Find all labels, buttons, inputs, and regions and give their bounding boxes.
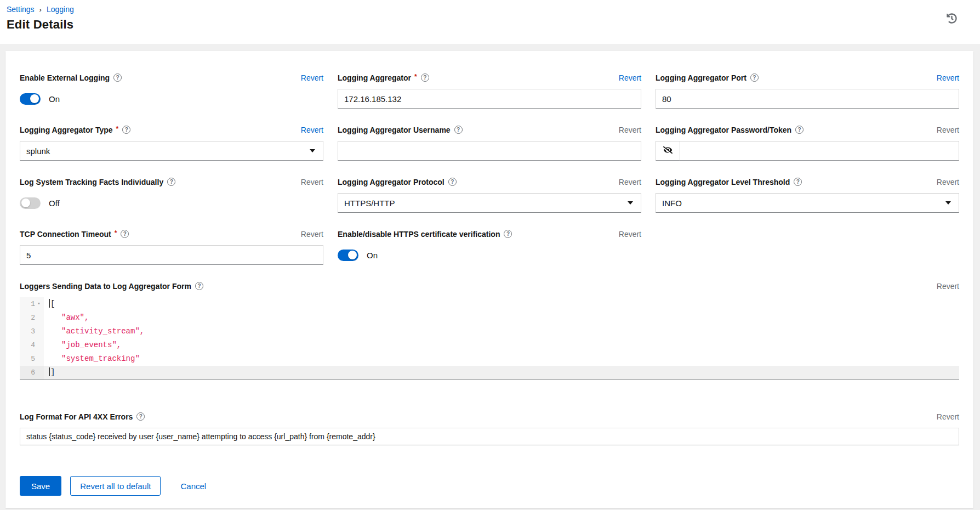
field-loggers-form: Loggers Sending Data to Log Aggregator F… [20, 280, 959, 380]
fold-toggle-icon[interactable]: ▾ [35, 297, 43, 311]
help-icon[interactable]: ? [454, 126, 463, 134]
select-value: HTTPS/HTTP [344, 199, 395, 208]
field-label: Logging Aggregator Type [20, 126, 113, 134]
form-actions: Save Revert all to default Cancel [20, 476, 959, 496]
help-icon[interactable]: ? [795, 126, 804, 134]
code-line: 2 "awx", [20, 311, 959, 325]
enable-external-logging-toggle[interactable] [20, 93, 41, 105]
field-logging-aggregator-level: Logging Aggregator Level Threshold ? Rev… [656, 176, 959, 213]
chevron-down-icon [945, 201, 951, 205]
cancel-button[interactable]: Cancel [177, 476, 209, 496]
code-line-active: 6 ] [20, 366, 959, 379]
https-cert-verification-toggle[interactable] [338, 250, 358, 261]
breadcrumb-settings-link[interactable]: Settings [7, 5, 35, 14]
field-https-cert-verification: Enable/disable HTTPS certificate verific… [338, 228, 641, 265]
chevron-down-icon [628, 201, 633, 205]
field-logging-aggregator-username: Logging Aggregator Username ? Revert [338, 124, 641, 161]
field-label: Logging Aggregator Password/Token [656, 126, 791, 134]
logging-aggregator-input[interactable] [338, 89, 641, 109]
field-label: Log System Tracking Facts Individually [20, 178, 163, 186]
log-system-tracking-toggle[interactable] [20, 197, 41, 209]
empty-grid-cell [656, 228, 959, 265]
help-icon[interactable]: ? [794, 178, 802, 186]
logging-aggregator-username-input[interactable] [338, 141, 641, 161]
page-header: Settings › Logging Edit Details [0, 0, 980, 44]
revert-button[interactable]: Revert [301, 73, 323, 82]
toggle-state-label: On [367, 251, 378, 260]
tcp-connection-timeout-input[interactable] [20, 245, 323, 265]
revert-button[interactable]: Revert [301, 126, 323, 134]
revert-button[interactable]: Revert [619, 73, 641, 82]
field-label: Logging Aggregator Port [656, 73, 747, 82]
logging-aggregator-protocol-select[interactable]: HTTPS/HTTP [338, 193, 641, 213]
line-number-gutter: 6 [20, 366, 44, 379]
line-number-gutter: 4 [20, 338, 44, 352]
breadcrumb-separator-icon: › [39, 5, 42, 14]
revert-button[interactable]: Revert [619, 230, 641, 239]
revert-button[interactable]: Revert [937, 73, 959, 82]
text-cursor [49, 299, 50, 308]
help-icon[interactable]: ? [750, 73, 759, 82]
logging-aggregator-level-select[interactable]: INFO [656, 193, 959, 213]
field-label: Loggers Sending Data to Log Aggregator F… [20, 282, 191, 291]
code-line: 4 "job_events", [20, 338, 959, 352]
field-logging-aggregator-password: Logging Aggregator Password/Token ? Reve… [656, 124, 959, 161]
help-icon[interactable]: ? [421, 73, 429, 82]
chevron-down-icon [310, 149, 315, 152]
line-number-gutter: 1▾ [20, 297, 44, 311]
loggers-code-editor[interactable]: 1▾ [ 2 "awx", 3 "activity_stream", 4 "jo… [20, 297, 959, 380]
logging-aggregator-type-select[interactable]: splunk [20, 141, 323, 161]
help-icon[interactable]: ? [448, 178, 457, 186]
settings-edit-card: Enable External Logging ? Revert On Logg… [5, 51, 973, 508]
field-logging-aggregator-protocol: Logging Aggregator Protocol ? Revert HTT… [338, 176, 641, 213]
required-asterisk: * [115, 229, 117, 237]
required-asterisk: * [414, 73, 417, 81]
revert-button[interactable]: Revert [937, 178, 959, 186]
field-label: Logging Aggregator Protocol [338, 178, 445, 186]
revert-button[interactable]: Revert [301, 230, 323, 239]
breadcrumb-logging-link[interactable]: Logging [47, 5, 74, 14]
field-label: Logging Aggregator Level Threshold [656, 178, 790, 186]
help-icon[interactable]: ? [504, 230, 512, 238]
field-label: Log Format For API 4XX Errors [20, 412, 133, 421]
code-line: 5 "system_tracking" [20, 352, 959, 366]
revert-button[interactable]: Revert [619, 126, 641, 134]
line-number-gutter: 5 [20, 352, 44, 366]
field-tcp-connection-timeout: TCP Connection Timeout * ? Revert [20, 228, 323, 265]
field-logging-aggregator: Logging Aggregator * ? Revert [338, 72, 641, 109]
line-number-gutter: 3 [20, 325, 44, 338]
eye-slash-icon [663, 146, 673, 156]
history-button[interactable] [944, 11, 959, 27]
help-icon[interactable]: ? [122, 126, 130, 134]
revert-button[interactable]: Revert [937, 412, 959, 421]
page-title: Edit Details [7, 18, 74, 32]
select-value: splunk [26, 146, 50, 156]
field-label: Enable/disable HTTPS certificate verific… [338, 230, 500, 239]
revert-button[interactable]: Revert [937, 282, 959, 291]
history-icon [947, 17, 957, 25]
help-icon[interactable]: ? [113, 73, 122, 82]
help-icon[interactable]: ? [167, 178, 175, 186]
field-label: Logging Aggregator [338, 73, 411, 82]
save-button[interactable]: Save [20, 476, 61, 496]
revert-button[interactable]: Revert [937, 126, 959, 134]
help-icon[interactable]: ? [121, 230, 129, 238]
logging-aggregator-password-input[interactable] [680, 141, 959, 161]
log-format-4xx-input[interactable] [20, 428, 959, 445]
field-log-system-tracking: Log System Tracking Facts Individually ?… [20, 176, 323, 213]
field-label: TCP Connection Timeout [20, 230, 111, 239]
help-icon[interactable]: ? [136, 412, 145, 421]
revert-all-button[interactable]: Revert all to default [70, 476, 161, 496]
field-enable-external-logging: Enable External Logging ? Revert On [20, 72, 323, 109]
field-label: Logging Aggregator Username [338, 126, 451, 134]
help-icon[interactable]: ? [195, 282, 203, 290]
toggle-knob [30, 94, 39, 103]
field-log-format-4xx: Log Format For API 4XX Errors ? Revert [20, 411, 959, 445]
toggle-state-label: Off [49, 199, 60, 208]
show-password-button[interactable] [656, 141, 680, 161]
revert-button[interactable]: Revert [301, 178, 323, 186]
field-logging-aggregator-type: Logging Aggregator Type * ? Revert splun… [20, 124, 323, 161]
text-cursor [49, 367, 50, 376]
logging-aggregator-port-input[interactable] [656, 89, 959, 109]
revert-button[interactable]: Revert [619, 178, 641, 186]
